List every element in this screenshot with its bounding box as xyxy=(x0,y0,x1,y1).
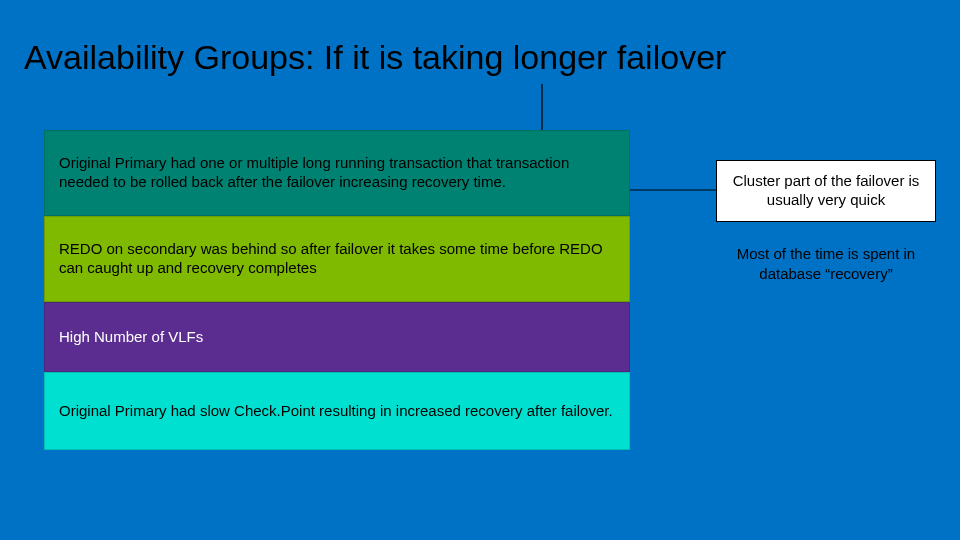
slide-title: Availability Groups: If it is taking lon… xyxy=(24,38,726,77)
callout-box: Cluster part of the failover is usually … xyxy=(716,160,936,222)
left-column: Original Primary had one or multiple lon… xyxy=(44,130,630,450)
cause-box-1: Original Primary had one or multiple lon… xyxy=(44,130,630,216)
right-column: Cluster part of the failover is usually … xyxy=(716,160,936,283)
callout-text: Most of the time is spent in database “r… xyxy=(716,244,936,283)
cause-box-3: High Number of VLFs xyxy=(44,302,630,372)
cause-box-4: Original Primary had slow Check.Point re… xyxy=(44,372,630,450)
cause-box-2: REDO on secondary was behind so after fa… xyxy=(44,216,630,302)
